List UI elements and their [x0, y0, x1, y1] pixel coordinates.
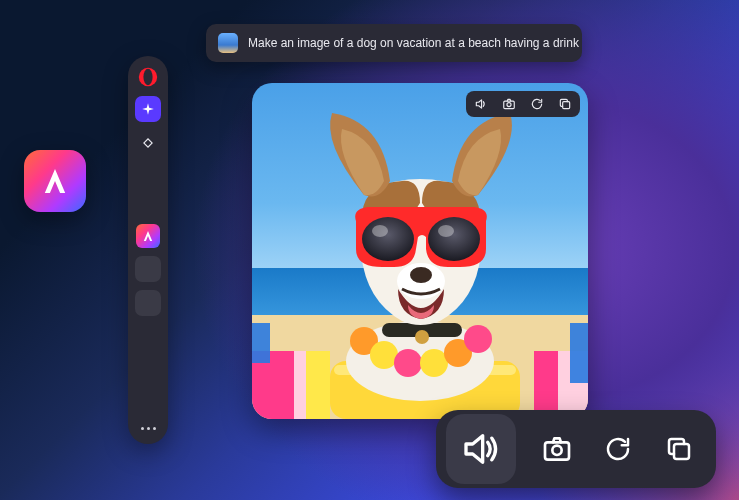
prompt-text: Make an image of a dog on vacation at a …	[248, 36, 579, 50]
svg-point-26	[372, 225, 388, 237]
svg-rect-37	[674, 444, 689, 459]
diamond-icon	[141, 136, 155, 150]
svg-rect-8	[306, 351, 330, 419]
generated-image[interactable]	[252, 83, 588, 419]
svg-marker-30	[476, 100, 481, 108]
svg-point-25	[428, 217, 480, 261]
copy-button[interactable]	[659, 410, 700, 488]
camera-icon	[541, 433, 573, 465]
speaker-button-active[interactable]	[446, 414, 516, 484]
speaker-button[interactable]	[472, 95, 490, 113]
copy-icon	[664, 434, 694, 464]
refresh-button[interactable]	[528, 95, 546, 113]
aria-logo-icon	[141, 229, 155, 243]
svg-rect-12	[570, 323, 588, 383]
opera-logo-button[interactable]	[137, 66, 159, 88]
sidebar-empty-slot[interactable]	[135, 256, 161, 282]
opera-icon	[137, 66, 159, 88]
svg-rect-11	[252, 323, 270, 363]
aria-app-badge[interactable]	[24, 150, 86, 212]
speaker-icon	[474, 97, 488, 111]
refresh-icon	[603, 434, 633, 464]
sparkle-icon	[141, 102, 155, 116]
main-toolbar	[436, 410, 716, 488]
copy-button[interactable]	[556, 95, 574, 113]
svg-point-29	[410, 267, 432, 283]
camera-button[interactable]	[536, 410, 577, 488]
refresh-button[interactable]	[597, 410, 638, 488]
svg-point-21	[464, 325, 492, 353]
aria-mini-button[interactable]	[136, 224, 160, 248]
svg-point-32	[507, 103, 511, 107]
sparkle-button[interactable]	[135, 96, 161, 122]
prompt-chip[interactable]: Make an image of a dog on vacation at a …	[206, 24, 582, 62]
svg-rect-2	[144, 139, 152, 147]
more-button[interactable]	[141, 427, 156, 434]
svg-point-24	[362, 217, 414, 261]
svg-marker-34	[466, 436, 483, 463]
speaker-icon	[461, 429, 501, 469]
sidebar	[128, 56, 168, 444]
refresh-icon	[530, 97, 544, 111]
svg-point-19	[420, 349, 448, 377]
svg-point-27	[438, 225, 454, 237]
camera-button[interactable]	[500, 95, 518, 113]
prompt-thumbnail	[218, 33, 238, 53]
aria-logo-icon	[38, 164, 72, 198]
svg-rect-9	[534, 351, 558, 419]
camera-icon	[502, 97, 516, 111]
svg-point-23	[415, 330, 429, 344]
svg-point-17	[370, 341, 398, 369]
copy-icon	[558, 97, 572, 111]
svg-point-36	[552, 446, 561, 455]
sidebar-empty-slot[interactable]	[135, 290, 161, 316]
image-toolbar	[466, 91, 580, 117]
dog-beach-illustration	[252, 83, 588, 419]
svg-rect-7	[294, 351, 306, 419]
svg-point-18	[394, 349, 422, 377]
svg-rect-33	[563, 102, 570, 109]
diamond-button[interactable]	[135, 130, 161, 156]
svg-point-1	[143, 69, 152, 86]
